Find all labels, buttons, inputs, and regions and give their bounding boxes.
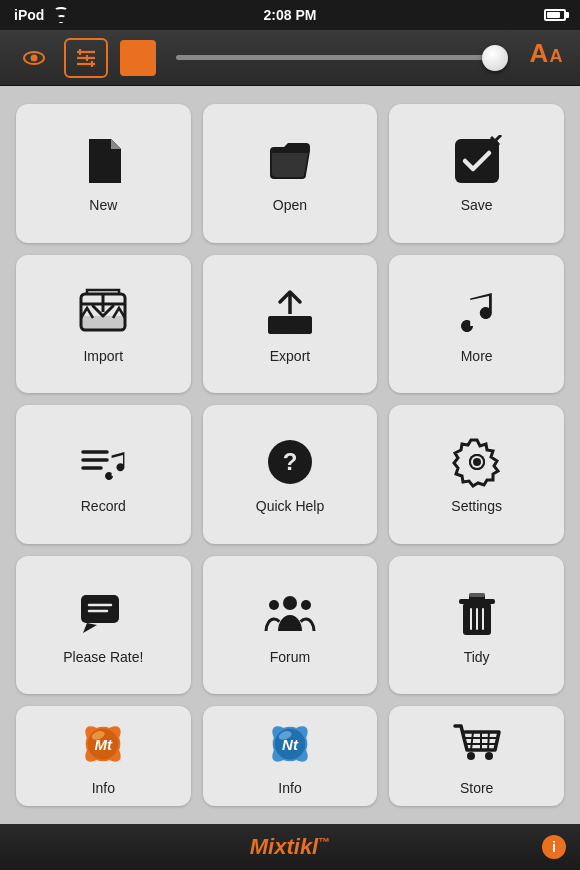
svg-rect-16 — [268, 316, 284, 334]
info-nt-label: Info — [278, 780, 301, 796]
rate-icon-area — [75, 585, 131, 641]
font-size-button[interactable]: AA — [524, 38, 568, 78]
import-label: Import — [83, 348, 123, 364]
svg-point-31 — [269, 600, 279, 610]
new-icon-area — [75, 133, 131, 189]
chat-icon — [77, 587, 129, 639]
brand-label: Mixtikl™ — [250, 834, 330, 860]
nt-badge-container: Nt — [263, 717, 317, 771]
folder-open-icon — [264, 135, 316, 187]
trash-icon — [451, 587, 503, 639]
rate-label: Please Rate! — [63, 649, 143, 665]
import-icon — [77, 286, 129, 338]
users-icon — [264, 587, 316, 639]
svg-rect-27 — [81, 595, 119, 623]
info-nt-button[interactable]: Nt Info — [203, 706, 378, 806]
stop-button[interactable] — [116, 38, 160, 78]
save-button[interactable]: Save — [389, 104, 564, 243]
record-label: Record — [81, 498, 126, 514]
new-label: New — [89, 197, 117, 213]
font-small-a: A — [549, 46, 562, 67]
grid-area: New Open Save — [0, 86, 580, 824]
device-label: iPod — [14, 7, 44, 23]
svg-rect-13 — [81, 316, 125, 330]
open-label: Open — [273, 197, 307, 213]
export-icon-area — [262, 284, 318, 340]
svg-point-50 — [467, 752, 475, 760]
forum-icon-area — [262, 585, 318, 641]
forum-label: Forum — [270, 649, 310, 665]
status-time: 2:08 PM — [264, 7, 317, 23]
status-bar: iPod 2:08 PM — [0, 0, 580, 30]
more-button[interactable]: More — [389, 255, 564, 394]
svg-text:?: ? — [283, 448, 298, 475]
svg-line-52 — [471, 732, 473, 750]
bottom-bar: Mixtikl™ i — [0, 824, 580, 870]
record-button[interactable]: Record — [16, 405, 191, 544]
font-big-a: A — [530, 38, 549, 69]
svg-point-30 — [283, 596, 297, 610]
file-new-icon — [77, 135, 129, 187]
gear-icon — [451, 436, 503, 488]
cart-icon — [451, 718, 503, 770]
battery-icon — [544, 9, 566, 21]
record-icon — [77, 436, 129, 488]
tidy-button[interactable]: Tidy — [389, 556, 564, 695]
question-icon: ? — [264, 436, 316, 488]
svg-line-54 — [488, 732, 489, 750]
store-icon-area — [449, 716, 505, 772]
svg-point-51 — [485, 752, 493, 760]
eye-icon — [20, 44, 48, 72]
open-icon-area — [262, 133, 318, 189]
export-button[interactable]: Export — [203, 255, 378, 394]
settings-button[interactable]: Settings — [389, 405, 564, 544]
export-label: Export — [270, 348, 310, 364]
more-icon-area — [449, 284, 505, 340]
slider-thumb — [482, 45, 508, 71]
store-label: Store — [460, 780, 493, 796]
settings-icon-area — [449, 434, 505, 490]
settings-label: Settings — [451, 498, 502, 514]
info-nt-icon-area: Nt — [262, 716, 318, 772]
open-button[interactable]: Open — [203, 104, 378, 243]
rate-button[interactable]: Please Rate! — [16, 556, 191, 695]
info-mt-icon-area: Mt — [75, 716, 131, 772]
save-icon-area — [449, 133, 505, 189]
tidy-label: Tidy — [464, 649, 490, 665]
import-button[interactable]: Import — [16, 255, 191, 394]
mixer-button[interactable] — [64, 38, 108, 78]
svg-rect-17 — [296, 316, 312, 334]
playback-slider[interactable] — [168, 55, 516, 60]
new-button[interactable]: New — [16, 104, 191, 243]
quickhelp-label: Quick Help — [256, 498, 324, 514]
tidy-icon-area — [449, 585, 505, 641]
eye-button[interactable] — [12, 38, 56, 78]
info-button[interactable]: i — [542, 835, 566, 859]
info-mt-label: Info — [92, 780, 115, 796]
forum-button[interactable]: Forum — [203, 556, 378, 695]
quickhelp-button[interactable]: ? Quick Help — [203, 405, 378, 544]
svg-point-26 — [473, 458, 481, 466]
svg-point-32 — [301, 600, 311, 610]
stop-square — [120, 40, 156, 76]
wifi-icon — [52, 7, 70, 23]
status-right — [544, 9, 566, 21]
music-note-icon — [451, 286, 503, 338]
mt-badge-container: Mt — [76, 717, 130, 771]
status-left: iPod — [14, 7, 70, 23]
info-mt-button[interactable]: Mt Info — [16, 706, 191, 806]
slider-track — [176, 55, 508, 60]
svg-point-1 — [31, 54, 38, 61]
save-icon — [451, 135, 503, 187]
quickhelp-icon-area: ? — [262, 434, 318, 490]
export-icon — [264, 286, 316, 338]
svg-rect-36 — [469, 593, 485, 597]
record-icon-area — [75, 434, 131, 490]
import-icon-area — [75, 284, 131, 340]
mixer-icon — [72, 44, 100, 72]
more-label: More — [461, 348, 493, 364]
store-button[interactable]: Store — [389, 706, 564, 806]
toolbar: AA — [0, 30, 580, 86]
save-label: Save — [461, 197, 493, 213]
